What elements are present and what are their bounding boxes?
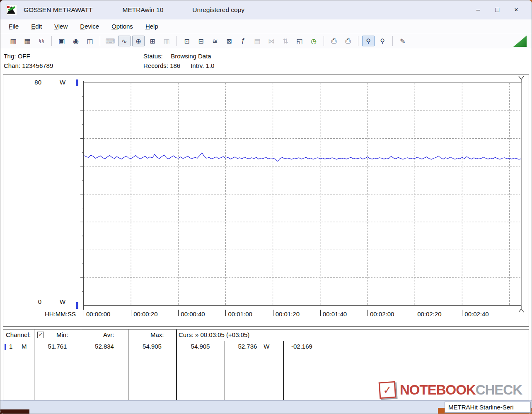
trend-chart [3, 75, 530, 325]
title-bar: GOSSEN METRAWATT METRAwin 10 Unregistere… [0, 0, 532, 19]
window-controls: – □ × [469, 3, 526, 17]
menu-file[interactable]: File [5, 21, 23, 31]
app-window: GOSSEN METRAWATT METRAwin 10 Unregistere… [0, 0, 532, 414]
device-monitor-icon[interactable]: ⊠ [223, 36, 235, 46]
x-tick-label: 00:00:20 [133, 310, 157, 318]
x-tick-label: 00:02:00 [370, 310, 394, 318]
power-trend-line [84, 153, 521, 161]
table-header-divider [3, 341, 529, 341]
col-header-channel: Channel: [6, 331, 31, 338]
table-divider [81, 330, 81, 400]
annotation-icon[interactable]: ✎ [397, 36, 409, 46]
x-tick-mark [84, 310, 84, 316]
device-config-icon[interactable]: ⊡ [181, 36, 193, 46]
menu-edit[interactable]: Edit [27, 21, 46, 31]
x-axis-format-label: HH:MM:SS [45, 310, 76, 318]
records-count: Records: 186 [143, 61, 189, 70]
title-app-name: GOSSEN METRAWATT [24, 6, 92, 14]
title-product-name: METRAwin 10 [122, 6, 163, 14]
title-license-status: Unregistered copy [192, 6, 244, 14]
measurement-table: Channel: ✓ Min: Avr: Max: Curs: » 00:03:… [3, 329, 529, 400]
toolbar-separator [177, 36, 177, 46]
x-tick-mark [320, 310, 321, 316]
x-tick-mark [131, 310, 131, 316]
keyboard-entry-icon: ⌨ [104, 36, 116, 46]
copy-pages-icon[interactable]: ◱ [293, 36, 306, 46]
menu-device[interactable]: Device [76, 21, 103, 31]
menu-bar: FileEditViewDeviceOptionsHelp [0, 19, 532, 33]
desktop-corner-left [0, 409, 29, 414]
cell-avr: 52.834 [81, 343, 128, 350]
x-tick-label: 00:02:20 [417, 310, 441, 318]
menu-options[interactable]: Options [107, 21, 137, 31]
gridlines [84, 83, 521, 306]
zoom-mode-icon[interactable]: ⚲ [376, 36, 389, 46]
cursor-crosshair-view-icon[interactable]: ⊕ [132, 36, 145, 46]
col-header-avr: Avr: [103, 331, 114, 338]
col-header-cursor: Curs: » 00:03:05 (+03:05) [179, 331, 249, 338]
menu-help[interactable]: Help [141, 21, 162, 31]
table-divider [176, 330, 177, 400]
scale-axes-icon: ⇅ [279, 36, 292, 46]
minimize-button[interactable]: – [469, 3, 488, 17]
zoom-curve-icon[interactable]: ⚲ [362, 36, 375, 46]
export-window-icon[interactable]: ◫ [84, 36, 96, 46]
open-file-icon[interactable]: ⧉ [35, 36, 48, 46]
cell-max: 54.905 [128, 343, 176, 350]
cursor-value-number: 52.736 [238, 343, 257, 350]
maximize-button[interactable]: □ [488, 3, 507, 17]
toolbar-separator [51, 36, 52, 46]
device-download-icon[interactable]: ⊟ [195, 36, 207, 46]
x-tick-mark [273, 310, 273, 316]
open-data-icon[interactable]: ▥ [7, 36, 19, 46]
trigger-channel-info: Trig: OFF Chan: 123456789 [4, 51, 53, 70]
status-panel: Trig: OFF Chan: 123456789 Status: Browsi… [0, 49, 532, 72]
watermark-check-text: CHECK [476, 382, 522, 398]
print-icon[interactable]: ⎙ [328, 36, 340, 46]
watermark-notebook-text: NOTEBOOK [400, 382, 476, 398]
record-data-icon[interactable]: ◉ [70, 36, 82, 46]
x-tick-mark [462, 310, 462, 316]
split-curves-icon: ⋈ [265, 36, 278, 46]
table-divider [283, 341, 284, 400]
chan-label: Chan: [4, 61, 20, 70]
col-header-min: Min: [56, 331, 68, 338]
toolbar-separator [100, 36, 100, 46]
histogram-view-icon: ▥ [160, 36, 173, 46]
toolbar-separator [324, 36, 324, 46]
trig-label: Trig: [4, 51, 16, 61]
cell-cursor-value: 52.736 W [225, 343, 283, 350]
x-tick-mark [415, 310, 415, 316]
cell-channel-number: 1 [9, 343, 12, 350]
trend-chart-view-icon[interactable]: ∿ [118, 36, 131, 46]
x-tick-mark [368, 310, 368, 316]
x-tick-mark [178, 310, 179, 316]
formula-icon[interactable]: ƒ [237, 36, 249, 46]
axes [80, 81, 521, 310]
table-view-icon[interactable]: ⊞ [146, 36, 159, 46]
x-tick-label: 00:01:40 [323, 310, 347, 318]
cell-delta: -02.169 [291, 343, 312, 350]
app-logo-icon [6, 5, 17, 15]
device-trend-icon[interactable]: ≋ [209, 36, 221, 46]
connected-device-field[interactable]: METRAHit Starline-Seri [445, 402, 531, 413]
interval-value: Intrv. 1.0 [191, 62, 214, 69]
chart-panel[interactable]: 80 W 0 W HH:MM:SS 00:00:0000:00:2000:00:… [3, 74, 529, 327]
view-window-icon[interactable]: ▣ [56, 36, 68, 46]
cursor-handle-bottom[interactable] [519, 306, 524, 312]
notebookcheck-watermark: ✓ NOTEBOOK CHECK [379, 382, 522, 398]
close-button[interactable]: × [507, 3, 526, 17]
save-data-icon[interactable]: ▦ [21, 36, 34, 46]
cursor-handle-top[interactable] [519, 76, 524, 83]
x-tick-label: 00:01:00 [228, 310, 252, 318]
cell-cursor-max: 54.905 [176, 343, 225, 350]
print-preview-icon[interactable]: ⎙ [342, 36, 354, 46]
trig-value: OFF [18, 53, 30, 60]
timer-icon[interactable]: ◷ [307, 36, 320, 46]
chan-value: 123456789 [22, 62, 53, 69]
toolbar-separator [392, 36, 393, 46]
green-triangle-icon [513, 36, 527, 47]
channel-visible-checkbox[interactable]: ✓ [37, 332, 44, 338]
table-divider [34, 330, 34, 400]
menu-view[interactable]: View [50, 21, 72, 31]
